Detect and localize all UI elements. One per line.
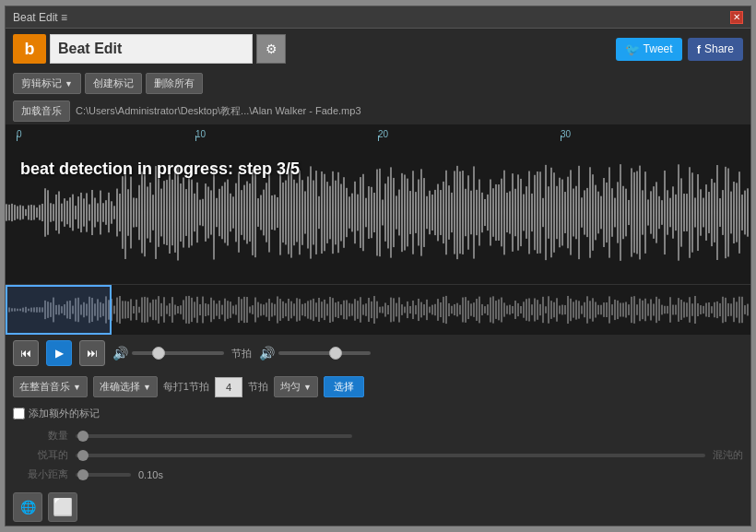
play-icon: ▶ bbox=[55, 347, 64, 360]
min-dist-row: 最小距离 0.10s bbox=[13, 467, 743, 481]
create-marker-label: 创建标记 bbox=[93, 77, 134, 90]
timeline-ruler: 0 10 20 30 bbox=[6, 124, 750, 141]
tweet-bird-icon: 🐦 bbox=[625, 42, 640, 56]
quantity-thumb bbox=[77, 431, 89, 442]
clip-marker-dropdown-arrow: ▼ bbox=[65, 79, 73, 89]
mode-dropdown-arrow: ▼ bbox=[73, 383, 81, 392]
share-button[interactable]: f Share bbox=[688, 38, 743, 61]
min-dist-label: 最小距离 bbox=[13, 467, 68, 481]
waveform-display: beat detection in progress: step 3/5 bbox=[6, 141, 750, 284]
precision-select[interactable]: 准确选择 ▼ bbox=[93, 376, 158, 397]
beat-detection-text: beat detection in progress: step 3/5 bbox=[20, 160, 300, 179]
share-f-icon: f bbox=[697, 42, 701, 56]
ruler-label-30: 30 bbox=[561, 129, 571, 139]
clip-marker-button[interactable]: 剪辑标记 ▼ bbox=[13, 73, 81, 94]
skip-back-icon: ⏮ bbox=[20, 347, 31, 360]
delete-all-label: 删除所有 bbox=[154, 77, 195, 90]
min-dist-thumb bbox=[77, 469, 89, 480]
header-left: b ⚙ bbox=[13, 34, 286, 64]
volume-icon: 🔊 bbox=[112, 346, 128, 361]
smooth-select[interactable]: 均匀 ▼ bbox=[274, 376, 318, 397]
waveform-area[interactable]: beat detection in progress: step 3/5 bbox=[6, 141, 750, 284]
skip-fwd-button[interactable]: ⏭ bbox=[79, 340, 105, 366]
bpm-slider[interactable] bbox=[278, 351, 371, 355]
ruler-label-10: 10 bbox=[195, 129, 206, 139]
bpm-label: 节拍 bbox=[231, 347, 252, 361]
precision-dropdown-arrow: ▼ bbox=[143, 383, 151, 392]
controls-bar: ⏮ ▶ ⏭ 🔊 节拍 🔊 bbox=[6, 335, 750, 372]
box-icon: ⬜ bbox=[53, 497, 73, 517]
skip-fwd-icon: ⏭ bbox=[87, 347, 98, 360]
mode-select[interactable]: 在整首音乐 ▼ bbox=[13, 376, 88, 397]
box-button[interactable]: ⬜ bbox=[48, 492, 77, 522]
file-path: C:\Users\Administrator\Desktop\教程...\Ala… bbox=[76, 104, 361, 118]
create-marker-button[interactable]: 创建标记 bbox=[85, 73, 142, 94]
skip-back-button[interactable]: ⏮ bbox=[13, 340, 39, 366]
settings-button[interactable]: ⚙ bbox=[256, 34, 286, 64]
close-icon: ✕ bbox=[733, 12, 740, 22]
app-title-input[interactable] bbox=[50, 34, 253, 64]
smooth-dropdown-arrow: ▼ bbox=[303, 383, 312, 392]
window-title: Beat Edit ≡ bbox=[13, 11, 67, 24]
add-markers-checkbox[interactable] bbox=[13, 408, 25, 420]
main-window: Beat Edit ≡ ✕ b ⚙ 🐦 Tweet f Share bbox=[5, 6, 751, 526]
precision-label: 准确选择 bbox=[100, 380, 140, 394]
mini-waveform-area[interactable] bbox=[6, 284, 750, 335]
volume-slider[interactable] bbox=[132, 351, 224, 355]
beats-unit: 节拍 bbox=[248, 380, 268, 394]
toolbar: 剪辑标记 ▼ 创建标记 删除所有 bbox=[6, 69, 750, 98]
quantity-label: 数量 bbox=[13, 429, 68, 443]
settings-icon: ⚙ bbox=[266, 41, 278, 56]
mode-label: 在整首音乐 bbox=[19, 380, 70, 394]
ruler-label-20: 20 bbox=[378, 129, 388, 139]
load-music-label: 加载音乐 bbox=[21, 105, 62, 116]
bpm-thumb bbox=[329, 347, 342, 360]
min-dist-value: 0.10s bbox=[138, 469, 163, 480]
header-right: 🐦 Tweet f Share bbox=[616, 38, 743, 61]
header-bar: b ⚙ 🐦 Tweet f Share bbox=[6, 29, 750, 69]
select-button[interactable]: 选择 bbox=[324, 376, 364, 397]
globe-icon: 🌐 bbox=[20, 500, 36, 514]
title-bar: Beat Edit ≡ ✕ bbox=[6, 6, 750, 29]
select-label: 选择 bbox=[334, 381, 354, 392]
add-markers-checkbox-label[interactable]: 添加额外的标记 bbox=[13, 407, 100, 420]
options-bar: 在整首音乐 ▼ 准确选择 ▼ 每打1节拍 节拍 均匀 ▼ 选择 bbox=[6, 372, 750, 402]
pleasant-slider[interactable] bbox=[76, 454, 705, 457]
beats-per-input[interactable] bbox=[215, 377, 242, 397]
close-button[interactable]: ✕ bbox=[730, 11, 743, 24]
min-dist-slider[interactable] bbox=[76, 473, 131, 477]
add-markers-label: 添加额外的标记 bbox=[29, 407, 100, 420]
smooth-label: 均匀 bbox=[280, 380, 301, 394]
quantity-row: 数量 bbox=[13, 429, 743, 443]
volume-thumb bbox=[152, 347, 165, 360]
bpm-volume-icon: 🔊 bbox=[259, 346, 275, 361]
pleasant-row: 悦耳的 混沌的 bbox=[13, 448, 743, 462]
bpm-section: 节拍 bbox=[231, 347, 252, 361]
beats-per-label: 每打1节拍 bbox=[163, 380, 209, 394]
tweet-label: Tweet bbox=[644, 42, 673, 55]
globe-button[interactable]: 🌐 bbox=[13, 492, 42, 522]
pleasant-label: 悦耳的 bbox=[13, 448, 68, 462]
title-bar-left: Beat Edit ≡ bbox=[13, 11, 67, 24]
share-label: Share bbox=[704, 42, 734, 55]
quantity-slider[interactable] bbox=[76, 434, 352, 438]
delete-all-button[interactable]: 删除所有 bbox=[146, 73, 203, 94]
ruler-markers: 0 10 20 30 bbox=[13, 124, 743, 141]
load-music-button[interactable]: 加载音乐 bbox=[13, 100, 70, 122]
mini-waveform-canvas bbox=[6, 285, 750, 335]
logo: b bbox=[13, 34, 46, 64]
volume-section: 🔊 bbox=[112, 346, 224, 361]
extra-fields: 数量 悦耳的 混沌的 最小距离 0.10s bbox=[6, 425, 750, 489]
clip-marker-label: 剪辑标记 bbox=[21, 77, 62, 90]
bottom-icons: 🌐 ⬜ bbox=[6, 489, 750, 526]
chaotic-label: 混沌的 bbox=[713, 448, 743, 462]
file-bar: 加载音乐 C:\Users\Administrator\Desktop\教程..… bbox=[6, 98, 750, 124]
play-button[interactable]: ▶ bbox=[46, 340, 72, 366]
pleasant-thumb bbox=[77, 450, 89, 461]
extra-bar: 添加额外的标记 bbox=[6, 402, 750, 425]
tweet-button[interactable]: 🐦 Tweet bbox=[616, 38, 682, 61]
bpm-volume-section: 🔊 bbox=[259, 346, 371, 361]
